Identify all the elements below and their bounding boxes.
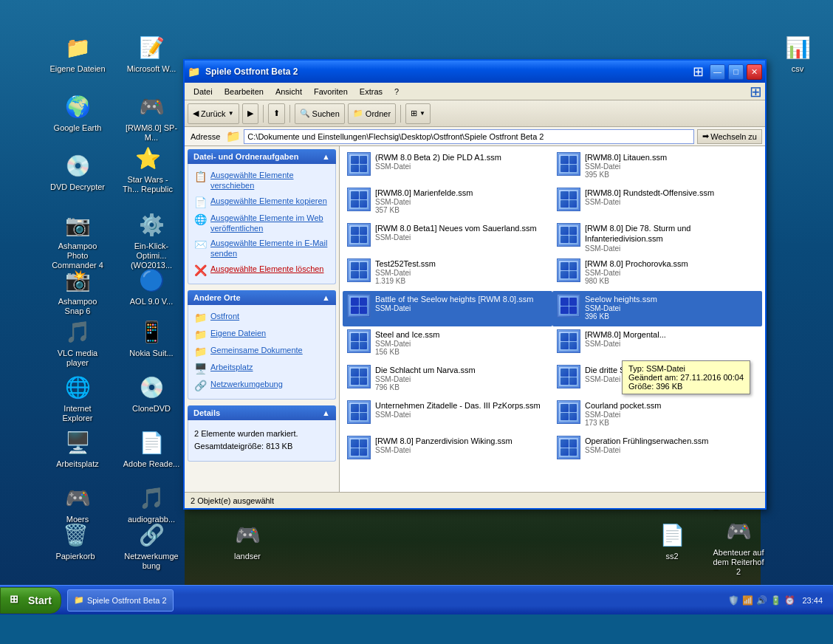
place-arbeitsplatz[interactable]: 🖥️ Arbeitsplatz xyxy=(191,360,332,376)
file-item-18[interactable]: Operation Frühlingserwachen.ssm SSM-Date… xyxy=(552,433,762,468)
desktop-icon-ss2[interactable]: 📄 ss2 xyxy=(642,517,702,564)
landser-icon: 🎮 xyxy=(233,520,262,549)
up-button[interactable]: ⬆ xyxy=(268,103,285,124)
menu-bearbeiten[interactable]: Bearbeiten xyxy=(219,86,270,97)
file-name-3: [RWM8.0] Marienfelde.ssm xyxy=(375,188,548,198)
minimize-button[interactable]: — xyxy=(710,64,725,80)
desktop-icon-aol[interactable]: 🔵 AOL 9.0 V... xyxy=(122,262,181,309)
desktop-icon-eigene-dateien[interactable]: 📁 Eigene Dateien xyxy=(48,30,107,77)
tray-battery-icon[interactable]: 🔋 xyxy=(769,595,781,606)
address-input[interactable] xyxy=(244,129,694,144)
file-item-9[interactable]: Battle of the Seelow heights [RWM 8.0].s… xyxy=(343,291,552,326)
file-info-15: Unternehmen Zitadelle - Das. III PzKorps… xyxy=(375,400,548,419)
desktop-icon-microsoft-w[interactable]: 📝 Microsoft W... xyxy=(122,30,181,77)
file-item-5[interactable]: [RWM 8.0 Beta1] Neues vom Sauerland.ssm … xyxy=(343,220,552,256)
file-tasks-header[interactable]: Datei- und Ordneraufgaben ▲ xyxy=(188,149,336,164)
desktop-icon-arbeitsplatz[interactable]: 🖥️ Arbeitsplatz xyxy=(48,425,107,472)
file-icon-inner-12 xyxy=(558,331,579,352)
file-item-6[interactable]: [RWM 8.0] Die 78. Sturm und Infanteriedi… xyxy=(552,220,762,256)
details-header[interactable]: Details ▲ xyxy=(188,405,336,420)
abenteuer-icon: 🎮 xyxy=(724,516,753,546)
file-icon-inner-14 xyxy=(558,366,579,387)
desktop-icon-ashampoo-snap[interactable]: 📸 Ashampoo Snap 6 xyxy=(48,262,107,319)
place-gemeinsame-label: Gemeinsame Dokumente xyxy=(210,345,303,355)
search-button[interactable]: 🔍 Suchen xyxy=(295,103,345,124)
file-item-8[interactable]: [RWM 8.0] Prochorovka.ssm SSM-Datei 980 … xyxy=(552,256,762,291)
tooltip-line2: Geändert am: 27.11.2016 00:04 xyxy=(628,373,744,382)
place-netzwerk[interactable]: 🔗 Netzwerkumgebung xyxy=(191,377,332,393)
file-size-11: 156 KB xyxy=(375,348,548,356)
close-button[interactable]: ✕ xyxy=(747,64,762,80)
file-icon-11 xyxy=(347,329,371,353)
desktop-icon-csv[interactable]: 📊 csv xyxy=(768,30,827,77)
place-eigene-dateien[interactable]: 📁 Eigene Dateien xyxy=(191,326,332,342)
action-web-label: Ausgewählte Elemente im Web veröffentlic… xyxy=(210,213,329,234)
search-icon: 🔍 xyxy=(300,109,310,118)
place-eigene-label: Eigene Dateien xyxy=(210,328,266,338)
file-icon-inner-3 xyxy=(349,189,369,210)
file-name-16: Courland pocket.ssm xyxy=(585,400,758,411)
action-email-label: Ausgewählte Elemente in E-Mail senden xyxy=(210,238,329,259)
desktop-icon-dvd[interactable]: 💿 DVD Decrypter xyxy=(48,148,107,195)
place-gemeinsame[interactable]: 📁 Gemeinsame Dokumente xyxy=(191,343,332,359)
file-area[interactable]: (RWM 8.0 Beta 2) Die PLD A1.ssm SSM-Date… xyxy=(340,146,765,492)
netzwerk-icon: 🔗 xyxy=(137,520,166,549)
file-item-17[interactable]: [RWM 8.0] Panzerdivision Wiking.ssm SSM-… xyxy=(343,433,552,468)
file-item-7[interactable]: Test252Test.ssm SSM-Datei 1.319 KB xyxy=(343,256,552,291)
action-move[interactable]: 📋 Ausgewählte Elemente verschieben xyxy=(191,168,332,193)
desktop-icon-netzwerk[interactable]: 🔗 Netzwerkumgebung xyxy=(122,517,181,574)
tray-network-icon[interactable]: 📶 xyxy=(741,595,753,606)
file-grid: (RWM 8.0 Beta 2) Die PLD A1.ssm SSM-Date… xyxy=(343,149,762,468)
views-button[interactable]: ⊞ ▼ xyxy=(405,103,431,124)
rwm-icon: 🎮 xyxy=(137,92,166,121)
desktop-icon-nokia[interactable]: 📱 Nokia Suit... xyxy=(122,314,181,361)
go-button[interactable]: ➡ Wechseln zu xyxy=(697,129,762,144)
other-places-header[interactable]: Andere Orte ▲ xyxy=(188,290,336,305)
landser-label: landser xyxy=(219,552,276,561)
start-button[interactable]: ⊞ Start xyxy=(0,587,61,614)
back-button[interactable]: ◀ Zurück ▼ xyxy=(188,103,239,124)
file-item-3[interactable]: [RWM8.0] Marienfelde.ssm SSM-Datei 357 K… xyxy=(343,185,552,220)
desktop-icon-rwm[interactable]: 🎮 [RWM8.0] SP-M... xyxy=(122,89,181,145)
file-icon-18 xyxy=(557,436,580,459)
maximize-button[interactable]: □ xyxy=(728,64,744,80)
file-icon-5 xyxy=(347,223,371,247)
taskbar-explorer-item[interactable]: 📁 Spiele Ostfront Beta 2 xyxy=(67,589,174,612)
desktop-icon-ie[interactable]: 🌐 Internet Explorer xyxy=(48,369,107,426)
file-item-1[interactable]: (RWM 8.0 Beta 2) Die PLD A1.ssm SSM-Date… xyxy=(343,149,552,185)
file-item-10[interactable]: Seelow heights.ssm SSM-Datei 396 KB xyxy=(552,291,762,326)
action-web[interactable]: 🌐 Ausgewählte Elemente im Web veröffentl… xyxy=(191,211,332,236)
menu-datei[interactable]: Datei xyxy=(188,86,219,97)
place-ostfront[interactable]: 📁 Ostfront xyxy=(191,309,332,325)
action-email[interactable]: ✉️ Ausgewählte Elemente in E-Mail senden xyxy=(191,236,332,261)
action-delete[interactable]: ❌ Ausgewählte Elemente löschen xyxy=(191,262,332,278)
file-item-12[interactable]: [RWM8.0] Morgental... SSM-Datei xyxy=(552,326,762,362)
desktop-icon-clonedvd[interactable]: 💿 CloneDVD xyxy=(122,369,181,417)
file-info-2: [RWM8.0] Litauen.ssm SSM-Datei 395 KB xyxy=(585,152,758,179)
file-item-11[interactable]: Steel and Ice.ssm SSM-Datei 156 KB xyxy=(343,326,552,362)
tray-speaker-icon[interactable]: 🔊 xyxy=(755,595,767,606)
forward-button[interactable]: ▶ xyxy=(242,103,258,124)
file-name-18: Operation Frühlingserwachen.ssm xyxy=(585,436,758,446)
file-name-15: Unternehmen Zitadelle - Das. III PzKorps… xyxy=(375,400,548,411)
file-item-16[interactable]: Courland pocket.ssm SSM-Datei 173 KB xyxy=(552,397,762,433)
file-item-13[interactable]: Die Schlacht um Narva.ssm SSM-Datei 796 … xyxy=(343,362,552,397)
file-item-2[interactable]: [RWM8.0] Litauen.ssm SSM-Datei 395 KB xyxy=(552,149,762,185)
desktop-icon-abenteuer[interactable]: 🎮 Abenteuer auf dem Reiterhof 2 xyxy=(709,513,768,580)
desktop-icon-google-earth[interactable]: 🌍 Google Earth xyxy=(48,89,107,136)
menu-ansicht[interactable]: Ansicht xyxy=(270,86,308,97)
folders-button[interactable]: 📁 Ordner xyxy=(348,103,396,124)
action-copy[interactable]: 📄 Ausgewählte Elemente kopieren xyxy=(191,194,332,210)
desktop-icon-vlc[interactable]: 🎵 VLC media player xyxy=(48,314,107,371)
desktop-icon-starwars[interactable]: ⭐ Star Wars - Th... Republic xyxy=(118,140,177,197)
file-item-15[interactable]: Unternehmen Zitadelle - Das. III PzKorps… xyxy=(343,397,552,433)
menu-extras[interactable]: Extras xyxy=(354,86,388,97)
desktop-icon-papierkorb[interactable]: 🗑️ Papierkorb xyxy=(46,517,105,564)
desktop-icon-landser[interactable]: 🎮 landser xyxy=(218,517,277,564)
tray-antivirus-icon[interactable]: 🛡️ xyxy=(727,595,739,606)
desktop-icon-adobe[interactable]: 📄 Adobe Reade... xyxy=(122,425,181,472)
menu-favoriten[interactable]: Favoriten xyxy=(308,86,354,97)
file-item-4[interactable]: [RWM8.0] Rundstedt-Offensive.ssm SSM-Dat… xyxy=(552,185,762,220)
menu-help[interactable]: ? xyxy=(388,86,405,97)
aol-icon: 🔵 xyxy=(137,265,166,295)
